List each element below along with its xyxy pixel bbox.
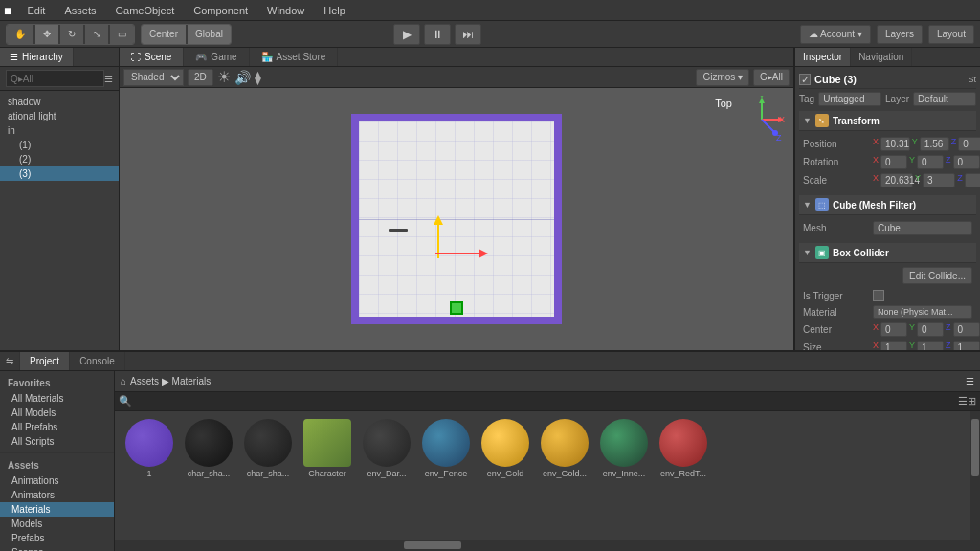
hier-item-3[interactable]: (3) <box>0 166 119 181</box>
gizmos-all-button[interactable]: G▸All <box>753 69 790 86</box>
step-button[interactable]: ⏭ <box>455 24 481 45</box>
hier-item-shadow[interactable]: shadow <box>0 95 119 109</box>
move-tool[interactable]: ✥ <box>35 25 58 44</box>
pos-x[interactable]: 10.31 <box>880 137 910 151</box>
models-item[interactable]: Models <box>0 517 114 531</box>
navigation-tab[interactable]: Navigation <box>851 48 912 66</box>
pause-button[interactable]: ⏸ <box>424 24 451 45</box>
play-button[interactable]: ▶ <box>393 24 420 45</box>
scale-z[interactable] <box>965 173 980 187</box>
hier-item-1[interactable]: (1) <box>0 138 119 152</box>
menu-help[interactable]: Help <box>320 5 349 16</box>
horiz-scrollbar[interactable] <box>115 540 980 551</box>
selection-handle[interactable] <box>450 301 463 315</box>
account-button[interactable]: ☁ Account ▾ <box>800 25 871 44</box>
hierarchy-tab[interactable]: ☰ Hierarchy <box>0 48 74 66</box>
fx-icon[interactable]: ⧫ <box>255 70 261 85</box>
is-trigger-checkbox[interactable] <box>873 290 884 301</box>
layers-button[interactable]: Layers <box>877 25 923 44</box>
rotate-tool[interactable]: ↻ <box>60 25 83 44</box>
animators-item[interactable]: Animators <box>0 488 114 502</box>
menu-component[interactable]: Component <box>189 5 252 16</box>
box-collider-header[interactable]: ▼ ▣ Box Collider <box>799 243 976 263</box>
scenes-item[interactable]: Scenes <box>0 545 114 551</box>
asset-thumb-6[interactable]: env_Gold <box>479 419 532 478</box>
center-button[interactable]: Center <box>142 25 186 44</box>
collider-material-value[interactable]: None (Physic Mat... <box>873 305 972 319</box>
thumb-img <box>600 419 648 467</box>
menu-edit[interactable]: Edit <box>23 5 49 16</box>
audio-icon[interactable]: 🔊 <box>234 70 251 85</box>
center-x[interactable]: 0 <box>880 322 907 337</box>
mesh-filter-header[interactable]: ▼ ⬚ Cube (Mesh Filter) <box>799 195 976 215</box>
all-materials-item[interactable]: All Materials <box>0 391 114 406</box>
edit-collider-button[interactable]: Edit Collide... <box>902 267 972 284</box>
assets-scrollbar[interactable] <box>970 411 980 540</box>
object-active-checkbox[interactable]: ✓ <box>799 74 811 85</box>
asset-thumb-5[interactable]: env_Fence <box>419 419 473 478</box>
mesh-value[interactable]: Cube <box>873 221 972 235</box>
horiz-scroll-thumb[interactable] <box>404 541 461 549</box>
rect-tool[interactable]: ▭ <box>110 25 134 44</box>
search-filter-icon[interactable]: ⊞ <box>968 395 976 408</box>
all-scripts-item[interactable]: All Scripts <box>0 434 114 449</box>
game-tab[interactable]: 🎮 Game <box>184 48 249 66</box>
asset-thumb-1[interactable]: char_sha... <box>182 419 235 478</box>
layout-button[interactable]: Layout <box>928 25 974 44</box>
hier-item-main[interactable]: in <box>0 123 119 138</box>
toolbar: ✋ ✥ ↻ ⤡ ▭ Center Global ▶ ⏸ ⏭ ☁ Account … <box>0 21 980 48</box>
scale-x[interactable]: 20.6314 <box>880 173 913 187</box>
scene-viewport[interactable]: X Y Z Top <box>120 88 793 350</box>
menu-gameobject[interactable]: GameObject <box>111 5 178 16</box>
asset-thumb-7[interactable]: env_Gold... <box>538 419 591 478</box>
all-models-item[interactable]: All Models <box>0 406 114 420</box>
asset-thumb-0[interactable]: 1 <box>122 419 176 478</box>
menu-window[interactable]: Window <box>263 5 308 16</box>
rot-y[interactable]: 0 <box>917 155 944 169</box>
asset-thumb-8[interactable]: env_Inne... <box>597 419 651 478</box>
lighting-icon[interactable]: ☀ <box>217 68 231 86</box>
transform-header[interactable]: ▼ ⤡ Transform <box>799 111 976 131</box>
hier-item-2[interactable]: (2) <box>0 152 119 166</box>
scale-y[interactable]: 3 <box>923 173 955 187</box>
pos-z[interactable]: 0 <box>958 137 980 151</box>
layer-select[interactable]: Default <box>913 92 976 106</box>
rot-x[interactable]: 0 <box>880 155 907 169</box>
hier-item-light[interactable]: ational light <box>0 109 119 123</box>
hierarchy-menu-icon[interactable]: ☰ <box>104 74 113 84</box>
global-button[interactable]: Global <box>188 25 231 44</box>
center-y[interactable]: 0 <box>917 322 944 337</box>
animations-item[interactable]: Animations <box>0 474 114 488</box>
rot-z[interactable]: 0 <box>953 155 980 169</box>
all-prefabs-item[interactable]: All Prefabs <box>0 420 114 434</box>
menu-assets[interactable]: Assets <box>60 5 100 16</box>
asset-thumb-9[interactable]: env_RedT... <box>657 419 710 478</box>
asset-thumb-4[interactable]: env_Dar... <box>360 419 413 478</box>
size-y[interactable]: 1 <box>917 341 944 350</box>
tag-select[interactable]: Untagged <box>818 92 881 106</box>
materials-item[interactable]: Materials <box>0 502 114 517</box>
asset-store-tab[interactable]: 🏪 Asset Store <box>250 48 339 66</box>
size-z[interactable]: 1 <box>953 341 980 350</box>
size-x[interactable]: 1 <box>880 341 907 350</box>
center-z[interactable]: 0 <box>953 322 980 337</box>
path-menu-icon[interactable]: ☰ <box>966 376 974 386</box>
project-tab[interactable]: Project <box>20 352 70 370</box>
asset-thumb-2[interactable]: char_sha... <box>241 419 295 478</box>
assets-search-input[interactable] <box>132 396 958 407</box>
scale-tool[interactable]: ⤡ <box>85 25 108 44</box>
console-tab[interactable]: Console <box>70 352 125 370</box>
search-extra-icon[interactable]: ☰ <box>958 395 968 408</box>
pos-y[interactable]: 1.56 <box>920 137 949 151</box>
inspector-tab[interactable]: Inspector <box>795 48 851 66</box>
hand-tool[interactable]: ✋ <box>7 25 33 44</box>
prefabs-item[interactable]: Prefabs <box>0 531 114 545</box>
shaded-select[interactable]: Shaded <box>123 69 184 86</box>
asset-thumb-3[interactable]: Character <box>301 419 354 478</box>
home-icon[interactable]: ⌂ <box>121 376 126 386</box>
hierarchy-search[interactable] <box>6 70 104 87</box>
gizmos-button[interactable]: Gizmos ▾ <box>696 69 749 86</box>
assets-scroll-thumb[interactable] <box>971 419 979 476</box>
scene-tab[interactable]: ⛶ Scene <box>120 48 184 66</box>
2d-button[interactable]: 2D <box>188 69 213 86</box>
